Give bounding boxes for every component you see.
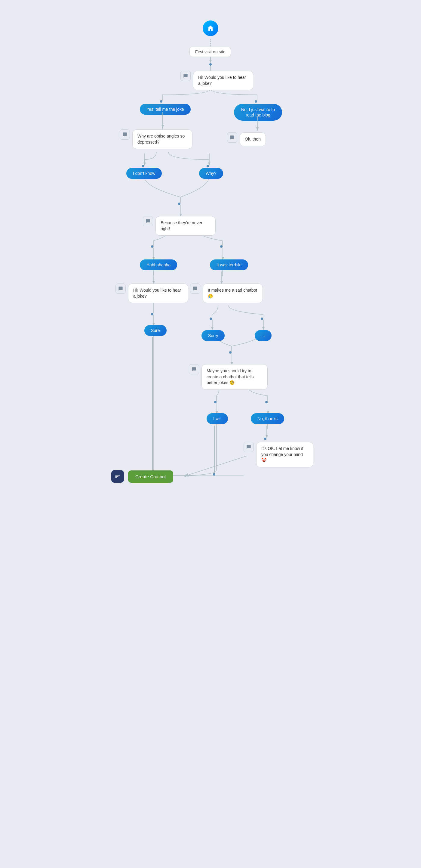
- message-node-3b: Ok, then: [227, 132, 266, 146]
- message-node-5: Because they're never right!: [143, 216, 216, 236]
- message-node-1: Hi! Would you like to hear a joke?: [181, 71, 253, 90]
- message-node-7b: It makes me a sad chatbot 😢: [190, 283, 263, 303]
- btn-ellipsis[interactable]: ...: [255, 330, 271, 341]
- chat-icon-1: [181, 71, 191, 81]
- connector-dot-1: [209, 63, 212, 66]
- svg-marker-14: [161, 125, 164, 128]
- message-node-9: Maybe you should try to create a chatbot…: [189, 364, 268, 390]
- trigger-node: First visit on site: [189, 46, 231, 57]
- message-text-7b: It makes me a sad chatbot 😢: [203, 283, 263, 303]
- btn-why[interactable]: Why?: [199, 168, 223, 179]
- chat-icon-7a: [116, 283, 126, 294]
- btn-dont-know[interactable]: I don't know: [126, 168, 162, 179]
- home-node: [203, 21, 218, 36]
- chat-icon-11: [244, 442, 254, 452]
- message-text-3b: Ok, then: [240, 132, 266, 146]
- dot-will-bottom: [213, 473, 215, 475]
- message-node-3a: Why are obtise angles so depressed?: [120, 129, 192, 149]
- chat-icon-9: [189, 364, 199, 374]
- dot-right-1: [255, 100, 257, 103]
- chatbot-dark-icon: [111, 470, 124, 483]
- chat-icon-5: [143, 216, 153, 226]
- btn-hahaha[interactable]: Hahhahahha: [140, 259, 177, 270]
- btn-yes-joke[interactable]: Yes, tell me the joke: [140, 104, 191, 115]
- btn-terrible[interactable]: It was terrbile: [210, 259, 248, 270]
- home-icon: [203, 21, 218, 36]
- chat-icon-3b: [227, 132, 237, 143]
- chat-icon-3a: [120, 129, 130, 140]
- dot-left-1: [160, 100, 162, 103]
- btn-sure[interactable]: Sure: [144, 325, 167, 336]
- create-chatbot-btn[interactable]: Create Chatbot: [128, 470, 173, 483]
- svg-marker-18: [143, 162, 146, 165]
- trigger-label: First visit on site: [189, 46, 231, 57]
- dot-n11: [264, 438, 266, 440]
- btn-sorry[interactable]: Sorry: [201, 330, 225, 341]
- create-chatbot-row: Create Chatbot: [111, 470, 173, 483]
- btn-no-thanks[interactable]: No, thanks: [251, 413, 284, 424]
- svg-marker-12: [209, 60, 212, 62]
- svg-marker-20: [208, 162, 210, 165]
- message-text-9: Maybe you should try to create a chatbot…: [201, 364, 268, 390]
- message-node-11: It's OK. Let me know if you change your …: [244, 442, 313, 467]
- svg-marker-16: [256, 127, 259, 131]
- message-node-7a: Hi! Would you like to hear a joke?: [116, 283, 188, 303]
- message-text-5: Because they're never right!: [156, 216, 216, 236]
- message-text-11: It's OK. Let me know if you change your …: [256, 442, 313, 467]
- svg-marker-36: [262, 327, 265, 330]
- btn-i-will[interactable]: I will: [206, 413, 228, 424]
- chat-icon-7b: [190, 283, 200, 294]
- svg-marker-34: [211, 327, 214, 330]
- message-text-3a: Why are obtise angles so depressed?: [132, 129, 192, 149]
- message-text-7a: Hi! Would you like to hear a joke?: [128, 283, 188, 303]
- message-text-1: Hi! Would you like to hear a joke?: [193, 71, 253, 90]
